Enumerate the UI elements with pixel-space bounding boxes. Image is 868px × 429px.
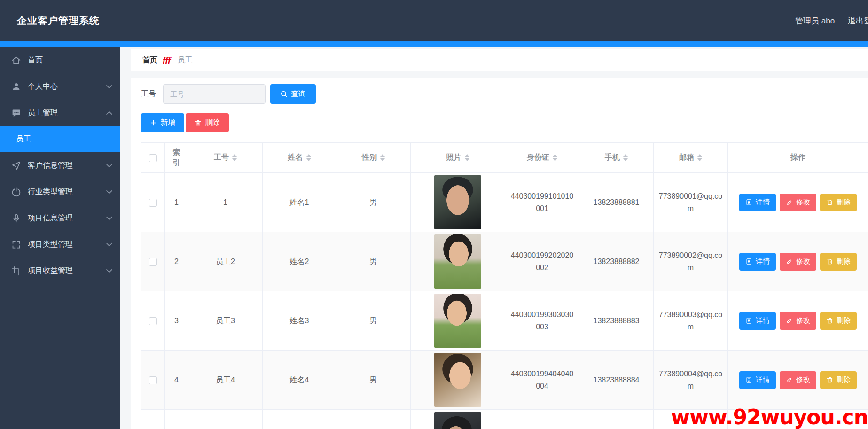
- document-icon: [745, 258, 752, 265]
- cell-name: 姓名1: [263, 173, 336, 232]
- trash-icon: [826, 317, 833, 324]
- chevron-down-icon: [106, 190, 112, 194]
- pencil-icon: [786, 317, 793, 324]
- col-header-gender[interactable]: 性别: [336, 143, 411, 173]
- cell-email: 773890003@qq.com: [654, 291, 728, 351]
- sidebar-item-customer-info-mgmt[interactable]: 客户信息管理: [0, 152, 120, 179]
- pencil-icon: [786, 376, 793, 383]
- row-delete-button[interactable]: 删除: [820, 194, 857, 211]
- detail-button[interactable]: 详情: [739, 371, 776, 389]
- chevron-down-icon: [106, 269, 112, 273]
- cell-idcard: 440300199202020002: [505, 232, 579, 291]
- sort-icon[interactable]: [553, 154, 557, 161]
- employee-photo: [434, 353, 481, 407]
- home-icon: [11, 55, 21, 65]
- cell-gender: 男: [336, 291, 411, 351]
- sort-icon[interactable]: [623, 154, 628, 161]
- row-checkbox[interactable]: [149, 376, 157, 384]
- cell-idcard: 440300199303030003: [505, 291, 579, 351]
- add-button[interactable]: 新增: [141, 113, 184, 132]
- cell-empno: 1: [188, 173, 263, 232]
- message-icon: [11, 108, 21, 118]
- cell-empno: 员工2: [188, 232, 263, 291]
- query-button[interactable]: 查询: [270, 84, 316, 104]
- cell-index: 4: [165, 351, 188, 410]
- pencil-icon: [786, 199, 793, 206]
- sidebar-item-profile[interactable]: 个人中心: [0, 73, 120, 100]
- modify-button[interactable]: 修改: [780, 371, 816, 389]
- search-label: 工号: [141, 89, 156, 99]
- cell-email: 773890004@qq.com: [654, 351, 728, 410]
- sidebar-item-project-profit-mgmt[interactable]: 项目收益管理: [0, 257, 120, 284]
- row-checkbox[interactable]: [149, 199, 157, 207]
- col-header-name[interactable]: 姓名: [263, 143, 336, 173]
- sidebar-item-project-info-mgmt[interactable]: 项目信息管理: [0, 205, 120, 231]
- row-delete-button[interactable]: 删除: [820, 253, 857, 271]
- empno-search-input[interactable]: [163, 84, 266, 104]
- table-row: 4员工4姓名4男44030019940404000413823888884773…: [141, 351, 868, 410]
- send-icon: [11, 161, 21, 171]
- document-icon: [745, 317, 752, 324]
- chevron-down-icon: [106, 216, 112, 220]
- sidebar-menu: 首页个人中心员工管理员工客户信息管理行业类型管理项目信息管理项目类型管理项目收益…: [0, 47, 120, 284]
- document-icon: [745, 376, 752, 383]
- modify-button[interactable]: 修改: [780, 312, 816, 330]
- table-row: 2员工2姓名2男44030019920202000213823888882773…: [141, 232, 868, 291]
- row-delete-button[interactable]: 删除: [820, 312, 857, 330]
- detail-button[interactable]: 详情: [739, 253, 776, 271]
- employee-photo: [434, 294, 481, 348]
- main-content: 首页 ƒƒƒ 员工 工号 查询: [120, 47, 868, 429]
- pencil-icon: [786, 258, 793, 265]
- select-all-checkbox[interactable]: [149, 154, 157, 162]
- row-checkbox[interactable]: [149, 258, 157, 266]
- detail-button[interactable]: 详情: [739, 194, 776, 211]
- sort-icon[interactable]: [697, 154, 702, 161]
- cell-idcard: [505, 410, 579, 429]
- toolbar: 新增 删除: [141, 113, 868, 132]
- cell-empno: [188, 410, 263, 429]
- accent-divider: [0, 41, 868, 47]
- breadcrumb-home[interactable]: 首页: [142, 55, 157, 65]
- col-header-phone[interactable]: 手机: [579, 143, 654, 173]
- table-row: 11姓名1男4403001991010100011382388888177389…: [141, 173, 868, 232]
- batch-delete-button[interactable]: 删除: [186, 113, 229, 132]
- sort-icon[interactable]: [232, 154, 237, 161]
- modify-button[interactable]: 修改: [780, 253, 816, 271]
- watermark: www.92wuyou.cn: [671, 406, 868, 429]
- logout-link[interactable]: 退出登录: [848, 16, 868, 26]
- cell-empno: 员工4: [188, 351, 263, 410]
- sort-icon[interactable]: [306, 154, 311, 161]
- sidebar-item-industry-type-mgmt[interactable]: 行业类型管理: [0, 179, 120, 205]
- cell-idcard: 440300199404040004: [505, 351, 579, 410]
- sort-icon[interactable]: [465, 154, 469, 161]
- chevron-down-icon: [106, 242, 112, 247]
- plus-icon: [150, 119, 157, 126]
- power-icon: [11, 187, 21, 197]
- sidebar-subitem-employee[interactable]: 员工: [0, 126, 120, 152]
- document-icon: [745, 199, 752, 206]
- cell-email: 773890001@qq.com: [654, 173, 728, 232]
- col-header-index: 索引: [165, 143, 188, 173]
- col-header-empno[interactable]: 工号: [188, 143, 263, 173]
- detail-button[interactable]: 详情: [739, 312, 776, 330]
- sidebar-item-employee-mgmt[interactable]: 员工管理: [0, 100, 120, 126]
- cell-name: 姓名2: [263, 232, 336, 291]
- app-title: 企业客户管理系统: [17, 14, 100, 27]
- cell-phone: 13823888881: [579, 173, 654, 232]
- current-user[interactable]: 管理员 abo: [795, 16, 835, 26]
- col-header-idcard[interactable]: 身份证: [505, 143, 579, 173]
- employee-photo: [434, 412, 481, 429]
- col-header-ops: 操作: [728, 143, 868, 173]
- breadcrumb-current: 员工: [178, 55, 193, 65]
- sidebar-item-home[interactable]: 首页: [0, 47, 120, 73]
- cell-index: 3: [165, 291, 188, 351]
- sidebar-item-project-type-mgmt[interactable]: 项目类型管理: [0, 231, 120, 257]
- trash-icon: [826, 376, 833, 383]
- employee-table: 索引工号姓名性别照片身份证手机邮箱操作 11姓名1男44030019910101…: [141, 142, 868, 429]
- modify-button[interactable]: 修改: [780, 194, 816, 211]
- row-delete-button[interactable]: 删除: [820, 371, 857, 389]
- col-header-email[interactable]: 邮箱: [654, 143, 728, 173]
- col-header-photo[interactable]: 照片: [411, 143, 505, 173]
- row-checkbox[interactable]: [149, 317, 157, 325]
- sort-icon[interactable]: [380, 154, 385, 161]
